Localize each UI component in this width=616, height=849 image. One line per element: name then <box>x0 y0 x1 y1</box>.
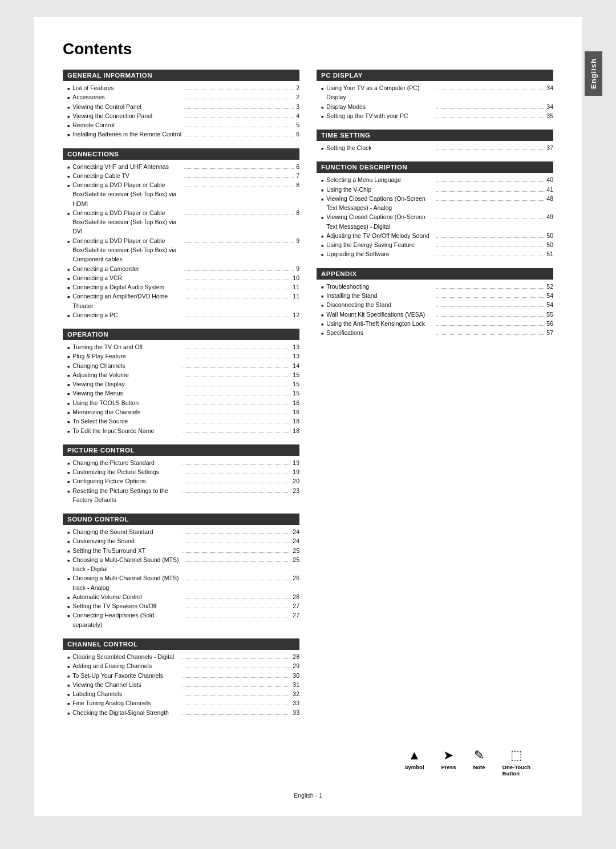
item-dots <box>436 191 544 192</box>
item-page-number: 31 <box>293 680 299 689</box>
item-dots <box>183 533 290 534</box>
item-page-number: 29 <box>293 661 299 670</box>
item-text: Viewing the Menus <box>72 389 180 398</box>
item-page-number: 32 <box>293 689 299 698</box>
item-text: Accessories <box>72 92 182 102</box>
list-item: Display Modes34 <box>321 102 553 111</box>
two-column-layout: GENERAL INFORMATIONList of Features2Acce… <box>63 70 553 726</box>
item-page-number: 8 <box>296 180 299 189</box>
press-label: Press <box>441 764 456 770</box>
item-text: Plug & Play Feature <box>72 351 180 361</box>
item-text: Installing Batteries in the Remote Contr… <box>72 130 182 139</box>
list-item: Connecting a DVD Player or Cable Box/Sat… <box>67 236 299 264</box>
list-item: Configuring Picture Options20 <box>67 476 299 486</box>
section-header-appendix: APPENDIX <box>317 268 553 280</box>
item-text: Wall Mount Kit Specifications (VESA) <box>326 310 434 319</box>
item-text: Clearing Scrambled Channels - Digital <box>72 652 180 661</box>
item-dots <box>436 90 544 90</box>
item-page-number: 5 <box>296 120 299 130</box>
item-dots <box>183 358 290 358</box>
item-page-number: 34 <box>546 83 553 92</box>
list-item: Upgrading the Software51 <box>321 249 553 258</box>
item-dots <box>183 317 290 317</box>
item-page-number: 13 <box>293 351 299 361</box>
item-text: Adjusting the TV On/Off Melody Sound <box>326 231 434 240</box>
item-page-number: 19 <box>293 458 299 467</box>
item-page-number: 9 <box>296 264 299 273</box>
symbol-item-symbol: ▲Symbol <box>404 749 424 770</box>
item-text: To Set-Up Your Favorite Channels <box>72 671 180 680</box>
item-dots <box>436 181 544 182</box>
item-page-number: 16 <box>293 398 299 407</box>
item-text: Troubleshooting <box>326 282 434 291</box>
section-header-sound-control: SOUND CONTROL <box>63 514 299 525</box>
item-text: To Edit the Input Source Name <box>72 426 180 435</box>
item-text: Remote Control <box>72 120 182 130</box>
item-dots <box>183 599 290 599</box>
list-item: Connecting a Digital Audio System11 <box>67 282 299 292</box>
list-item: Connecting a DVD Player or Cable Box/Sat… <box>67 180 299 208</box>
item-page-number: 18 <box>293 426 299 435</box>
item-page-number: 15 <box>293 379 299 389</box>
item-page-number: 49 <box>546 212 553 221</box>
item-page-number: 13 <box>293 342 299 351</box>
item-dots <box>183 492 290 493</box>
item-text: To Select the Source <box>72 417 180 426</box>
list-item: Checking the Digital-Signal Strength33 <box>67 708 299 717</box>
item-page-number: 48 <box>546 194 553 203</box>
list-item: Installing the Stand54 <box>321 291 553 300</box>
section-header-channel-control: CHANNEL CONTROL <box>63 638 299 650</box>
item-dots <box>184 187 294 187</box>
item-text: Viewing Closed Captions (On-Screen Text … <box>326 212 434 231</box>
note-label: Note <box>473 764 485 770</box>
item-dots <box>436 256 544 256</box>
section-header-general-information: GENERAL INFORMATION <box>63 70 299 81</box>
list-item: Resetting the Picture Settings to the Fa… <box>67 486 299 505</box>
item-text: List of Features <box>72 83 182 92</box>
list-item: Customizing the Picture Settings19 <box>67 467 299 476</box>
list-item: Turning the TV On and Off13 <box>67 342 299 351</box>
item-text: Turning the TV On and Off <box>72 342 180 351</box>
item-text: Setting up the TV with your PC <box>326 111 434 120</box>
section-channel-control: CHANNEL CONTROLClearing Scrambled Channe… <box>63 638 299 717</box>
item-text: Viewing the Channel Lists <box>72 680 180 689</box>
list-item: Choosing a Multi-Channel Sound (MTS) tra… <box>67 573 299 592</box>
item-text: Specifications <box>326 328 434 337</box>
symbol-item-note: ✎Note <box>473 749 485 770</box>
list-item: Troubleshooting52 <box>321 282 553 291</box>
item-dots <box>436 219 544 219</box>
list-item: Wall Mount Kit Specifications (VESA)55 <box>321 310 553 319</box>
item-text: Connecting an Amplifier/DVD Home Theater <box>72 292 180 310</box>
item-dots <box>183 289 290 289</box>
section-header-picture-control: PICTURE CONTROL <box>63 444 299 456</box>
item-dots <box>436 306 544 307</box>
section-general-information: GENERAL INFORMATIONList of Features2Acce… <box>63 70 299 139</box>
list-item: Using the Energy Saving Feature50 <box>321 240 553 249</box>
list-item: Adjusting the Volume15 <box>67 370 299 379</box>
symbol-item-press: ➤Press <box>441 749 456 770</box>
item-dots <box>436 200 544 201</box>
item-dots <box>436 334 544 335</box>
item-page-number: 25 <box>293 546 299 555</box>
item-dots <box>183 464 290 465</box>
side-tab: English <box>585 51 602 96</box>
item-page-number: 11 <box>293 292 299 301</box>
item-page-number: 27 <box>293 601 299 611</box>
item-page-number: 19 <box>293 467 299 476</box>
item-dots <box>183 580 290 580</box>
list-item: Using the Anti-Theft Kensington Lock56 <box>321 319 553 328</box>
item-text: Using the TOOLS Button <box>72 398 180 407</box>
item-text: Connecting Headphones (Sold separately) <box>72 611 180 629</box>
item-page-number: 33 <box>293 698 299 708</box>
list-item: Connecting a PC12 <box>67 310 299 320</box>
item-dots <box>436 246 544 247</box>
list-item: To Set-Up Your Favorite Channels30 <box>67 671 299 680</box>
item-text: Checking the Digital-Signal Strength <box>72 708 180 717</box>
item-dots <box>184 177 294 178</box>
item-page-number: 33 <box>293 708 299 717</box>
page-title: Contents <box>63 40 553 58</box>
item-dots <box>183 668 290 668</box>
item-page-number: 24 <box>293 527 299 536</box>
item-dots <box>436 108 544 109</box>
item-dots <box>183 608 290 608</box>
